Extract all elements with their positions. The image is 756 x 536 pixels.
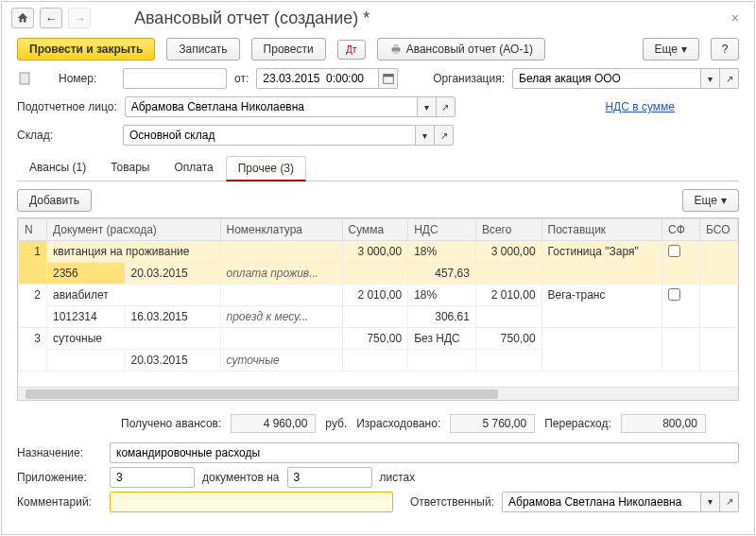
over-value: 800,00 bbox=[621, 414, 706, 433]
comment-field[interactable] bbox=[110, 492, 393, 512]
printer-icon bbox=[389, 43, 403, 56]
purpose-label: Назначение: bbox=[17, 446, 102, 459]
tab-advances[interactable]: Авансы (1) bbox=[17, 155, 98, 181]
col-bso: БСО bbox=[700, 219, 738, 241]
spent-value: 5 760,00 bbox=[450, 414, 535, 433]
col-sf: СФ bbox=[662, 219, 700, 241]
spent-label: Израсходовано: bbox=[356, 417, 440, 430]
forward-button: → bbox=[68, 8, 91, 28]
dropdown-icon[interactable]: ▾ bbox=[416, 125, 435, 146]
number-field[interactable] bbox=[123, 68, 227, 89]
svg-rect-3 bbox=[20, 73, 29, 84]
col-vat: НДС bbox=[408, 219, 476, 241]
warehouse-field[interactable] bbox=[123, 125, 416, 146]
print-form-button[interactable]: Авансовый отчет (АО-1) bbox=[377, 38, 545, 61]
person-field[interactable] bbox=[125, 96, 418, 117]
debit-credit-button[interactable]: Дт bbox=[337, 40, 366, 60]
resp-field[interactable] bbox=[502, 492, 701, 512]
col-total: Всего bbox=[475, 219, 541, 241]
org-label: Организация: bbox=[433, 72, 505, 85]
col-n: N bbox=[19, 219, 47, 241]
back-button[interactable]: ← bbox=[40, 8, 62, 28]
col-doc: Документ (расхода) bbox=[47, 219, 221, 241]
number-label: Номер: bbox=[59, 72, 115, 85]
dropdown-icon[interactable]: ▾ bbox=[701, 492, 720, 512]
tab-goods[interactable]: Товары bbox=[98, 155, 162, 181]
more-button[interactable]: Еще ▾ bbox=[643, 38, 699, 61]
post-and-close-button[interactable]: Провести и закрыть bbox=[17, 38, 155, 61]
chevron-down-icon: ▾ bbox=[721, 194, 727, 207]
sf-checkbox[interactable] bbox=[668, 245, 680, 257]
sf-checkbox[interactable] bbox=[668, 288, 680, 301]
warehouse-label: Склад: bbox=[17, 129, 115, 142]
vat-link[interactable]: НДС в сумме bbox=[605, 100, 675, 113]
open-icon[interactable]: ↗ bbox=[437, 96, 455, 117]
attach-sheets-field[interactable] bbox=[287, 467, 372, 488]
person-label: Подотчетное лицо: bbox=[17, 100, 117, 113]
date-field[interactable] bbox=[256, 68, 379, 89]
comment-label: Комментарий: bbox=[17, 495, 102, 509]
expense-table[interactable]: N Документ (расхода) Номенклатура Сумма … bbox=[18, 218, 738, 387]
home-button[interactable] bbox=[11, 8, 34, 28]
received-value: 4 960,00 bbox=[231, 414, 316, 433]
calendar-icon[interactable] bbox=[379, 68, 398, 89]
attach-count-field[interactable] bbox=[110, 467, 195, 488]
over-label: Перерасход: bbox=[544, 417, 611, 430]
page-title: Авансовый отчет (создание) * bbox=[134, 9, 720, 28]
svg-rect-5 bbox=[384, 75, 394, 78]
add-row-button[interactable]: Добавить bbox=[17, 189, 92, 212]
help-button[interactable]: ? bbox=[711, 38, 739, 61]
open-icon[interactable]: ↗ bbox=[720, 68, 739, 89]
col-sum: Сумма bbox=[342, 219, 408, 241]
col-nomen: Номенклатура bbox=[220, 219, 342, 241]
open-icon[interactable]: ↗ bbox=[435, 125, 454, 146]
close-icon[interactable]: × bbox=[726, 10, 745, 26]
dropdown-icon[interactable]: ▾ bbox=[418, 96, 437, 117]
table-more-button[interactable]: Еще ▾ bbox=[682, 189, 739, 212]
attach-label: Приложение: bbox=[17, 471, 102, 484]
document-icon bbox=[17, 71, 32, 86]
table-row[interactable]: 3 суточные 750,00 Без НДС 750,00 bbox=[19, 328, 738, 350]
org-field[interactable] bbox=[512, 68, 701, 89]
dropdown-icon[interactable]: ▾ bbox=[701, 68, 720, 89]
purpose-field[interactable] bbox=[110, 442, 739, 463]
post-button[interactable]: Провести bbox=[251, 38, 326, 61]
chevron-down-icon: ▾ bbox=[681, 43, 687, 56]
col-supplier: Поставщик bbox=[541, 219, 662, 241]
svg-rect-2 bbox=[393, 51, 398, 55]
received-label: Получено авансов: bbox=[121, 417, 221, 430]
tab-payment[interactable]: Оплата bbox=[162, 155, 225, 181]
open-icon[interactable]: ↗ bbox=[720, 492, 739, 512]
table-row[interactable]: 1 квитанция на проживание 3 000,00 18% 3… bbox=[19, 241, 738, 263]
horizontal-scrollbar[interactable] bbox=[18, 387, 738, 400]
resp-label: Ответственный: bbox=[410, 495, 494, 509]
tab-other[interactable]: Прочее (3) bbox=[226, 156, 306, 182]
table-row[interactable]: 2 авиабилет 2 010,00 18% 2 010,00 Вега-т… bbox=[19, 285, 738, 306]
svg-rect-1 bbox=[393, 44, 398, 48]
from-label: от: bbox=[234, 72, 249, 85]
save-button[interactable]: Записать bbox=[166, 38, 239, 61]
